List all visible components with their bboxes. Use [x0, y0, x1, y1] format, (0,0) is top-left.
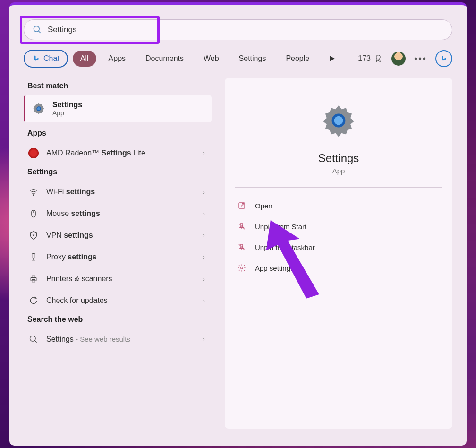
- svg-rect-10: [32, 254, 35, 258]
- svg-point-9: [33, 234, 34, 236]
- chevron-right-icon: ›: [203, 253, 205, 261]
- rewards-icon: [374, 54, 383, 63]
- tab-documents[interactable]: Documents: [138, 51, 191, 67]
- svg-point-3: [376, 55, 380, 59]
- search-box[interactable]: [24, 19, 452, 40]
- action-unpin-start[interactable]: Unpin from Start: [235, 217, 442, 236]
- svg-rect-13: [31, 278, 36, 281]
- svg-line-17: [35, 341, 37, 343]
- chevron-right-icon: ›: [203, 297, 205, 304]
- open-icon: [237, 201, 246, 210]
- svg-point-0: [34, 26, 40, 32]
- chevron-right-icon: ›: [203, 149, 205, 157]
- svg-marker-2: [330, 56, 335, 61]
- result-amd-radeon-settings[interactable]: AMD Radeon™ Settings Lite ›: [24, 142, 212, 164]
- proxy-icon: [28, 252, 39, 262]
- gear-icon: [319, 101, 358, 140]
- bing-icon: [32, 54, 41, 63]
- gear-icon: [32, 102, 46, 116]
- start-search-panel: Chat All Apps Documents Web Settings Peo…: [9, 2, 467, 446]
- detail-subtitle: App: [332, 167, 345, 175]
- detail-title: Settings: [318, 152, 359, 165]
- more-options-button[interactable]: •••: [414, 53, 427, 64]
- bing-icon: [440, 54, 448, 63]
- result-check-updates[interactable]: Check for updates ›: [24, 290, 212, 311]
- svg-point-25: [241, 267, 243, 269]
- section-search-web: Search the web: [27, 315, 212, 324]
- action-app-settings[interactable]: App settings: [235, 258, 442, 277]
- svg-line-1: [39, 31, 41, 33]
- tab-apps[interactable]: Apps: [101, 51, 133, 67]
- results-column: Best match Settings App Apps AMD Radeon™…: [24, 78, 215, 429]
- search-icon: [33, 25, 42, 34]
- amd-icon: [28, 148, 39, 158]
- action-open[interactable]: Open: [235, 196, 442, 215]
- tab-all[interactable]: All: [73, 51, 96, 67]
- chevron-right-icon: ›: [203, 188, 205, 196]
- tab-web[interactable]: Web: [196, 51, 227, 67]
- section-settings: Settings: [27, 168, 212, 176]
- tab-chat[interactable]: Chat: [24, 50, 68, 68]
- svg-point-6: [33, 195, 34, 196]
- chevron-right-icon: ›: [203, 336, 205, 343]
- rewards-counter[interactable]: 173: [358, 54, 383, 63]
- svg-rect-14: [32, 276, 35, 277]
- unpin-icon: [237, 242, 246, 252]
- section-apps: Apps: [27, 129, 212, 138]
- gear-icon: [237, 263, 246, 273]
- divider: [235, 187, 442, 188]
- tab-settings[interactable]: Settings: [231, 51, 274, 67]
- chevron-right-icon: ›: [203, 275, 205, 283]
- result-proxy-settings[interactable]: Proxy settings ›: [24, 246, 212, 268]
- chevron-right-icon: ›: [203, 232, 205, 239]
- svg-point-19: [334, 116, 343, 125]
- result-wifi-settings[interactable]: Wi-Fi settings ›: [24, 181, 212, 203]
- svg-point-5: [37, 107, 40, 110]
- result-mouse-settings[interactable]: Mouse settings ›: [24, 203, 212, 224]
- refresh-icon: [28, 295, 39, 306]
- svg-point-16: [30, 336, 36, 342]
- result-web-search-settings[interactable]: Settings - See web results ›: [24, 328, 212, 350]
- shield-icon: [28, 230, 39, 241]
- wifi-icon: [28, 187, 39, 197]
- result-printers-scanners[interactable]: Printers & scanners ›: [24, 268, 212, 290]
- result-vpn-settings[interactable]: VPN settings ›: [24, 224, 212, 246]
- user-avatar[interactable]: [391, 52, 406, 66]
- detail-panel: Settings App Open Unpin from Start Unpin…: [225, 78, 452, 429]
- tab-people[interactable]: People: [278, 51, 317, 67]
- search-icon: [28, 334, 39, 345]
- result-settings-app[interactable]: Settings App: [24, 95, 212, 122]
- bing-chat-button[interactable]: [435, 50, 452, 67]
- printer-icon: [28, 274, 39, 284]
- unpin-icon: [237, 222, 246, 231]
- filter-tabs: Chat All Apps Documents Web Settings Peo…: [24, 50, 452, 68]
- search-input[interactable]: [48, 25, 443, 34]
- action-unpin-taskbar[interactable]: Unpin from taskbar: [235, 238, 442, 257]
- more-tabs-button[interactable]: [325, 52, 339, 65]
- mouse-icon: [28, 208, 39, 219]
- section-best-match: Best match: [27, 82, 212, 90]
- chevron-right-icon: ›: [203, 210, 205, 217]
